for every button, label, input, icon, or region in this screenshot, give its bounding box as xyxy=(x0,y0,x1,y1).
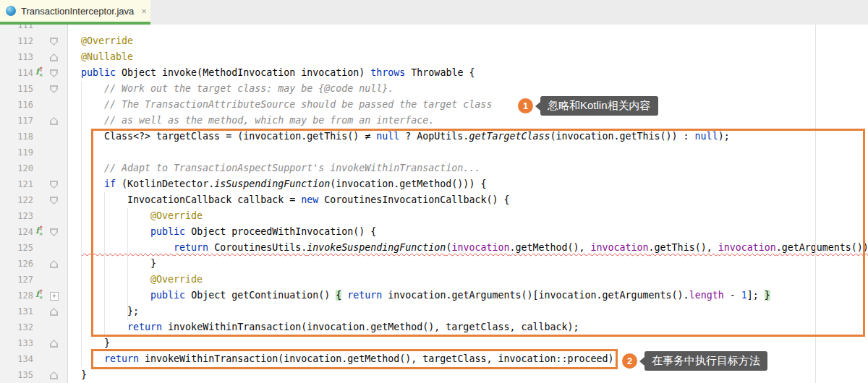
gutter-spacer xyxy=(35,304,48,319)
code-line-128[interactable]: 128f↑×+ public Object getContinuation() … xyxy=(0,288,868,304)
line-number: 126 xyxy=(0,259,35,269)
fold-open-icon[interactable] xyxy=(48,192,61,208)
fold-end-icon[interactable] xyxy=(48,49,61,65)
gutter-spacer xyxy=(35,145,48,160)
code-line-133[interactable]: 133 } xyxy=(0,335,868,351)
code-line-126[interactable]: 126 } xyxy=(0,256,868,272)
fold-end-icon[interactable] xyxy=(48,113,61,129)
code-text: @Override xyxy=(69,208,868,224)
code-text: }; xyxy=(69,304,868,319)
gutter-spacer xyxy=(35,129,48,145)
code-text: // Work out the target class: may be {@c… xyxy=(69,81,868,97)
code-line-114[interactable]: 114f↑×public Object invoke(MethodInvocat… xyxy=(0,65,868,81)
callout-1: 1 忽略和Kotlin相关内容 xyxy=(518,96,658,116)
fold-spacer xyxy=(48,97,61,113)
code-text: return invokeWithinTransaction(invocatio… xyxy=(69,319,868,335)
code-line-116[interactable]: 116 // The TransactionAttributeSource sh… xyxy=(0,97,868,113)
code-line-121[interactable]: 121 if (KotlinDetector.isSuspendingFunct… xyxy=(0,176,868,192)
tooltip-arrow-icon xyxy=(639,357,644,366)
fold-open-icon[interactable] xyxy=(48,81,61,97)
callout-2-badge: 2 xyxy=(622,353,637,369)
indent-guide xyxy=(127,208,128,319)
code-lines: 111112@Override113@Nullable114f↑×public … xyxy=(0,25,868,383)
gutter-spacer xyxy=(35,113,48,129)
code-line-124[interactable]: 124f↑× public Object proceedWithInvocati… xyxy=(0,224,868,240)
line-number: 113 xyxy=(0,52,35,62)
gutter-spacer xyxy=(35,25,48,33)
callout-2-tooltip: 在事务中执行目标方法 xyxy=(644,351,767,371)
callout-1-tooltip: 忽略和Kotlin相关内容 xyxy=(540,96,658,116)
code-text: // Adapt to TransactionAspectSupport's i… xyxy=(69,160,868,176)
code-line-119[interactable]: 119 xyxy=(0,145,868,160)
editor-tab-bar: TransactionInterceptor.java × xyxy=(0,0,868,25)
code-line-125[interactable]: 125 return CoroutinesUtils.invokeSuspend… xyxy=(0,240,868,256)
overriding-method-icon: f↑× xyxy=(35,65,48,81)
line-number: 132 xyxy=(0,322,35,332)
code-text: Class<?> targetClass = (invocation.getTh… xyxy=(69,129,868,145)
line-number: 131 xyxy=(0,306,35,317)
line-number: 112 xyxy=(0,36,35,46)
fold-collapsed-icon[interactable]: + xyxy=(48,288,61,304)
code-text: } xyxy=(69,256,868,272)
fold-spacer xyxy=(48,145,61,160)
line-number: 127 xyxy=(0,275,35,285)
line-number: 123 xyxy=(0,211,35,221)
code-line-120[interactable]: 120 // Adapt to TransactionAspectSupport… xyxy=(0,160,868,176)
gutter-spacer xyxy=(35,240,48,256)
code-line-112[interactable]: 112@Override xyxy=(0,33,868,49)
fold-open-icon[interactable] xyxy=(48,65,61,81)
tab-title: TransactionInterceptor.java xyxy=(21,6,134,17)
fold-spacer xyxy=(48,160,61,176)
line-number: 111 xyxy=(0,25,35,30)
code-line-111[interactable]: 111 xyxy=(0,25,868,33)
code-line-123[interactable]: 123 @Override xyxy=(0,208,868,224)
code-line-117[interactable]: 117 // as well as the method, which may … xyxy=(0,113,868,129)
indent-guide xyxy=(81,81,82,367)
code-text: return CoroutinesUtils.invokeSuspendingF… xyxy=(69,240,868,256)
fold-spacer xyxy=(48,319,61,335)
gutter-spacer xyxy=(35,208,48,224)
fold-spacer xyxy=(48,351,61,367)
code-text: // The TransactionAttributeSource should… xyxy=(69,97,868,113)
gutter-spacer xyxy=(35,272,48,288)
code-line-122[interactable]: 122 InvocationCallback callback = new Co… xyxy=(0,192,868,208)
code-text: public Object invoke(MethodInvocation in… xyxy=(69,65,868,81)
gutter-spacer xyxy=(35,160,48,176)
line-number: 135 xyxy=(0,370,35,380)
fold-end-icon[interactable] xyxy=(48,256,61,272)
code-line-132[interactable]: 132 return invokeWithinTransaction(invoc… xyxy=(0,319,868,335)
tab-close-icon[interactable]: × xyxy=(141,7,147,16)
code-line-127[interactable]: 127 @Override xyxy=(0,272,868,288)
fold-open-icon[interactable] xyxy=(48,176,61,192)
ide-window: TransactionInterceptor.java × 111112@Ove… xyxy=(0,0,868,383)
gutter-spacer xyxy=(35,351,48,367)
code-editor[interactable]: 111112@Override113@Nullable114f↑×public … xyxy=(0,25,868,383)
code-text: public Object proceedWithInvocation() { xyxy=(69,224,868,240)
right-margin-guide xyxy=(815,25,816,383)
line-number: 128 xyxy=(0,291,35,301)
code-text: } xyxy=(69,335,868,351)
fold-end-icon[interactable] xyxy=(48,335,61,351)
code-line-118[interactable]: 118 Class<?> targetClass = (invocation.g… xyxy=(0,129,868,145)
line-number: 125 xyxy=(0,243,35,253)
code-line-115[interactable]: 115 // Work out the target class: may be… xyxy=(0,81,868,97)
fold-end-icon[interactable] xyxy=(48,367,61,383)
gutter-spacer xyxy=(35,367,48,383)
callout-1-badge: 1 xyxy=(518,98,533,113)
code-text: if (KotlinDetector.isSuspendingFunction(… xyxy=(69,176,868,192)
code-line-113[interactable]: 113@Nullable xyxy=(0,49,868,65)
gutter-spacer xyxy=(35,192,48,208)
code-text: InvocationCallback callback = new Corout… xyxy=(69,192,868,208)
fold-spacer xyxy=(48,240,61,256)
fold-end-icon[interactable] xyxy=(48,304,61,319)
line-number: 134 xyxy=(0,354,35,364)
line-number: 114 xyxy=(0,68,35,78)
fold-open-icon[interactable] xyxy=(48,33,61,49)
code-text: @Override xyxy=(69,272,868,288)
file-tab[interactable]: TransactionInterceptor.java × xyxy=(0,0,150,22)
code-text: public Object getContinuation() { return… xyxy=(69,288,868,304)
fold-open-icon[interactable] xyxy=(48,224,61,240)
code-line-131[interactable]: 131 }; xyxy=(0,304,868,319)
fold-spacer xyxy=(48,208,61,224)
line-number: 122 xyxy=(0,195,35,205)
